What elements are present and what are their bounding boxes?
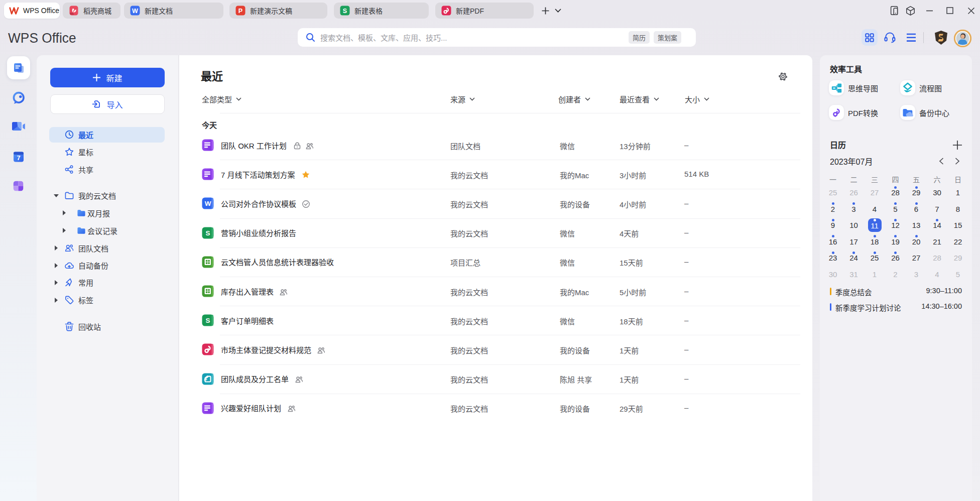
svg-text:P: P (238, 8, 242, 15)
svg-text:W: W (132, 8, 138, 15)
svg-text:7: 7 (17, 154, 20, 162)
svg-text:S: S (343, 8, 347, 15)
